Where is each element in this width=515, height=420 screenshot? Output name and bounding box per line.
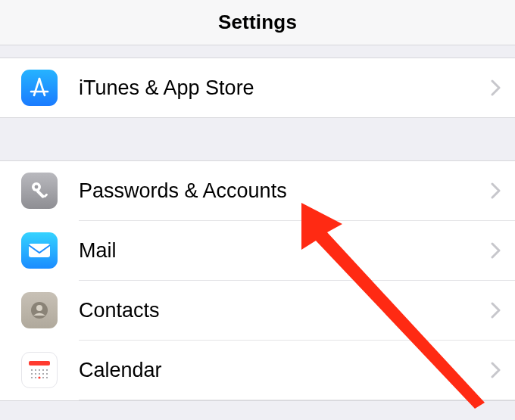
svg-point-16 — [42, 373, 44, 375]
row-label: iTunes & App Store — [79, 76, 491, 100]
section-gap — [0, 118, 515, 160]
svg-point-11 — [42, 369, 44, 371]
section-gap — [0, 45, 515, 58]
svg-point-9 — [35, 369, 36, 371]
chevron-right-icon — [491, 302, 501, 319]
row-itunes-appstore[interactable]: iTunes & App Store — [0, 58, 515, 117]
row-mail[interactable]: Mail — [0, 221, 515, 280]
row-label: Passwords & Accounts — [79, 179, 491, 203]
chevron-right-icon — [491, 242, 501, 259]
contacts-icon — [21, 292, 58, 328]
chevron-right-icon — [491, 362, 501, 378]
svg-point-14 — [35, 373, 36, 375]
header: Settings — [0, 0, 515, 45]
settings-group-b: Passwords & Accounts Mail Contacts — [0, 160, 515, 401]
svg-point-21 — [42, 377, 44, 378]
row-calendar[interactable]: Calendar — [0, 341, 515, 400]
settings-group-a: iTunes & App Store — [0, 58, 515, 118]
svg-point-18 — [31, 377, 33, 378]
svg-rect-4 — [29, 244, 50, 257]
svg-point-17 — [46, 373, 48, 375]
mail-icon — [21, 232, 58, 269]
chevron-right-icon — [491, 182, 501, 199]
svg-rect-7 — [29, 361, 50, 366]
svg-point-19 — [35, 377, 36, 378]
svg-point-12 — [46, 369, 48, 371]
row-label: Calendar — [79, 359, 491, 382]
svg-point-10 — [39, 369, 40, 371]
svg-point-20 — [38, 376, 40, 378]
svg-point-13 — [31, 373, 33, 375]
row-passwords-accounts[interactable]: Passwords & Accounts — [0, 161, 515, 220]
svg-point-22 — [46, 377, 48, 378]
page-title: Settings — [218, 11, 297, 34]
chevron-right-icon — [491, 79, 501, 96]
separator — [79, 400, 515, 400]
key-icon — [21, 173, 58, 209]
svg-point-1 — [35, 185, 39, 189]
row-contacts[interactable]: Contacts — [0, 281, 515, 340]
svg-point-8 — [31, 369, 33, 371]
calendar-icon — [21, 352, 58, 388]
row-label: Contacts — [79, 299, 491, 322]
svg-rect-2 — [36, 189, 45, 198]
appstore-icon — [21, 70, 58, 106]
row-label: Mail — [79, 239, 491, 263]
svg-point-15 — [39, 373, 40, 375]
svg-point-6 — [36, 305, 42, 311]
